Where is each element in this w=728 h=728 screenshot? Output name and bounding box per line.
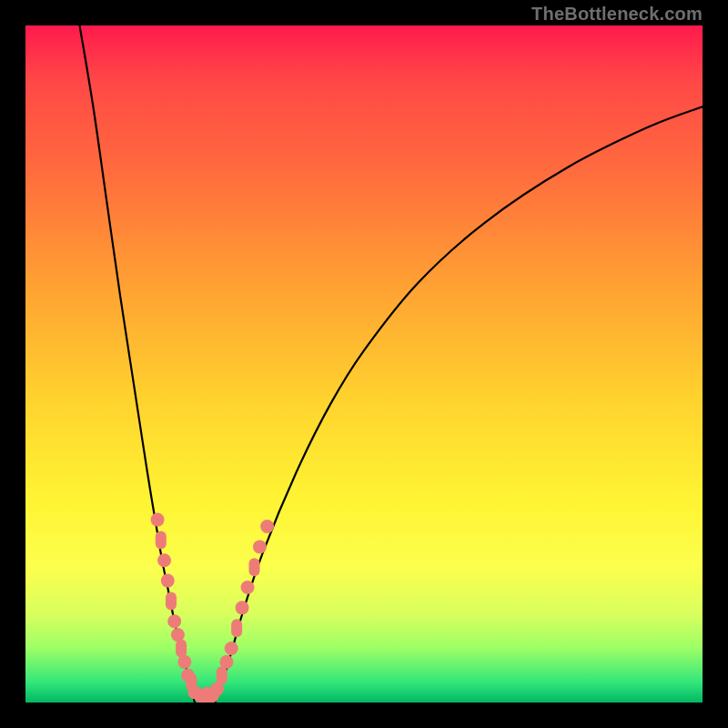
marker-pill (156, 531, 167, 549)
marker-dot (161, 574, 175, 588)
marker-dot (167, 614, 181, 628)
curve-layer (25, 25, 703, 703)
marker-dot (177, 655, 191, 669)
left-branch-curve (80, 25, 195, 703)
marker-dot (241, 581, 255, 594)
attribution-label: TheBottleneck.com (531, 4, 703, 25)
marker-pill (217, 666, 228, 684)
right-branch-curve (215, 106, 703, 703)
marker-dot (219, 655, 233, 669)
marker-dot (253, 540, 267, 553)
plot-area (25, 25, 703, 703)
marker-pill (248, 558, 259, 576)
marker-pill (176, 639, 187, 657)
marker-dot (236, 601, 249, 614)
marker-pill (166, 592, 177, 610)
marker-dot (157, 553, 171, 567)
marker-dot (151, 513, 165, 527)
marker-dot (225, 642, 238, 655)
marker-pill (231, 619, 242, 637)
marker-cluster (151, 513, 275, 703)
chart-frame: TheBottleneck.com (0, 0, 728, 728)
marker-dot (260, 520, 274, 533)
